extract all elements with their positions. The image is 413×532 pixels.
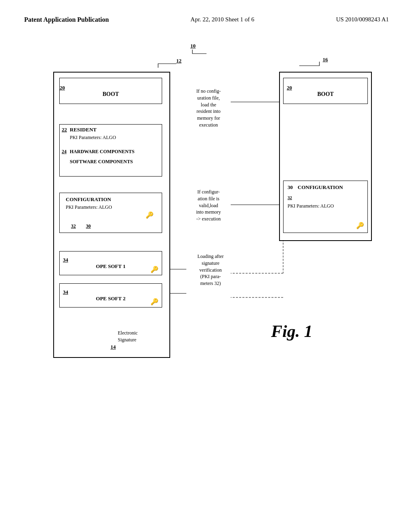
- middle-text-2: If configur-ation file isvalid,loadinto …: [182, 189, 235, 222]
- ope-soft-1-box: 34 OPE SOFT 1 🔑: [59, 251, 162, 275]
- ref-12: 12: [176, 58, 181, 64]
- right-boot-ref: 20: [284, 85, 292, 91]
- key-icon-ope1: 🔑: [150, 266, 159, 273]
- diagram-area: 10 12 16 20 BOOT 22 RESIDENT PKI Paramet…: [33, 31, 380, 475]
- right-config-ref2: 32: [288, 195, 292, 200]
- resident-box: 22 RESIDENT PKI Parameters: ALGO 24 HARD…: [59, 124, 162, 177]
- software-label: SOFTWARE COMPONENTS: [70, 159, 133, 165]
- sheet-info: Apr. 22, 2010 Sheet 1 of 6: [190, 16, 254, 23]
- ref-14: 14: [111, 344, 116, 350]
- ope-soft-2-ref: 34: [60, 289, 68, 295]
- ope-soft-2-label: OPE SOFT 2: [96, 295, 125, 302]
- right-boot-label: BOOT: [317, 91, 334, 98]
- config-label-left: CONFIGURATION: [66, 196, 111, 203]
- ope-soft-2-box: 34 OPE SOFT 2 🔑: [59, 283, 162, 308]
- middle-text-3: Loading aftersignatureverification(PKI p…: [186, 253, 235, 287]
- publication-label: Patent Application Publication: [24, 16, 109, 23]
- resident-ref: 22: [62, 127, 67, 133]
- right-config-pki: PKI Parameters: ALGO: [288, 203, 334, 209]
- left-boot-ref: 20: [60, 85, 65, 91]
- patent-number: US 2010/0098243 A1: [336, 16, 389, 23]
- ref-30-left: 30: [86, 223, 91, 229]
- left-boot-label: BOOT: [102, 91, 119, 98]
- electronic-sig-label: ElectronicSignature: [118, 330, 138, 343]
- fig-label: Fig. 1: [271, 322, 313, 341]
- ope-soft-1-ref: 34: [60, 257, 68, 263]
- right-config-label: 30: [288, 184, 293, 191]
- right-config-box: 30 CONFIGURATION 32 PKI Parameters: ALGO…: [283, 181, 368, 233]
- ref-32-left: 32: [71, 223, 76, 229]
- right-config-title: CONFIGURATION: [298, 184, 343, 191]
- ref-24: 24: [62, 149, 67, 155]
- config-box-left: CONFIGURATION PKI Parameters: ALGO 🔑 32 …: [59, 193, 162, 233]
- ref-16: 16: [323, 56, 328, 63]
- pki-params-resident: PKI Parameters: ALGO: [70, 135, 116, 141]
- key-icon-left: 🔑: [146, 211, 154, 219]
- key-icon-right-config: 🔑: [356, 222, 364, 229]
- middle-text-1: If no config-uration file,load thereside…: [182, 88, 235, 129]
- ref-10: 10: [190, 43, 196, 49]
- left-boot-box: 20 BOOT: [59, 78, 162, 104]
- ope-soft-1-label: OPE SOFT 1: [96, 263, 125, 270]
- resident-label: RESIDENT: [70, 127, 96, 133]
- pki-params-config: PKI Parameters: ALGO: [66, 204, 112, 210]
- hardware-label: HARDWARE COMPONENTS: [70, 149, 134, 155]
- right-boot-box: 20 BOOT: [283, 78, 368, 104]
- key-icon-ope2: 🔑: [150, 298, 159, 305]
